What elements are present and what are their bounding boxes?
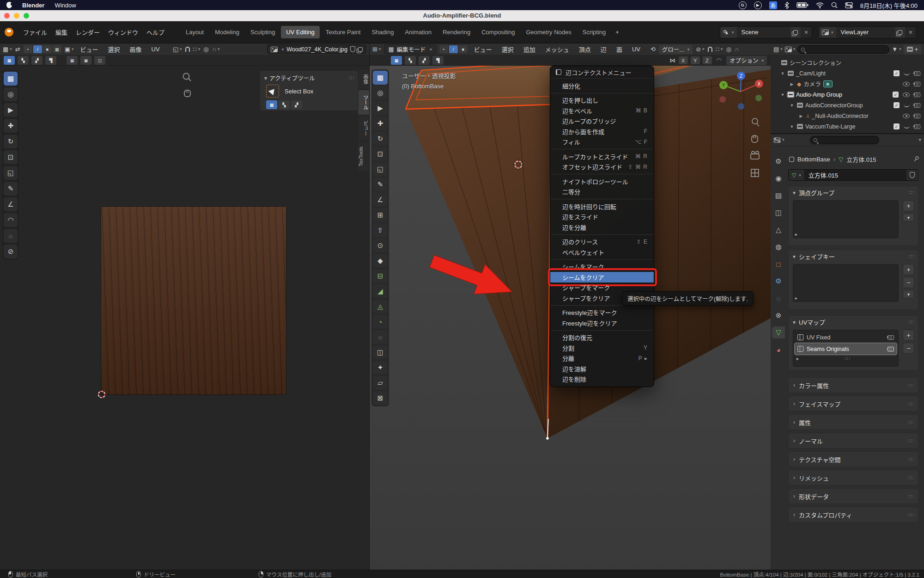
uv-snap-target-dropdown[interactable]: ∷▾ [193, 46, 201, 52]
vp-menu-view[interactable]: ビュー [471, 44, 495, 55]
exclude-checkbox[interactable]: ✓ [894, 123, 900, 129]
breadcrumb-object[interactable]: BottomBase [797, 156, 830, 163]
tab-view[interactable]: ビュー [358, 116, 369, 141]
uv-falloff-dropdown[interactable]: ∩▾ [212, 46, 220, 52]
blender-logo-icon[interactable] [5, 28, 13, 37]
outliner-row-cam-light[interactable]: ▼ _Cam/Light ✓ [773, 68, 924, 79]
snap-link-dropdown[interactable]: ⊘▾ [696, 46, 704, 52]
menu-item-extrude-edges[interactable]: 辺を押し出し [550, 95, 654, 106]
new-image-button[interactable] [358, 47, 363, 52]
remove-shape-key-button[interactable]: − [903, 277, 914, 288]
menu-item-edge-split[interactable]: 辺を分離 [550, 222, 654, 233]
menu-item-loop-cut-slide[interactable]: ループカットとスライド⌘ R [550, 151, 654, 162]
vp-menu-mesh[interactable]: メッシュ [542, 44, 572, 55]
mirror-y-button[interactable]: Y [691, 56, 700, 64]
panel-grip-icon[interactable]: ∷∷ [908, 419, 913, 425]
list-expander-icon[interactable]: ▸ [795, 295, 797, 301]
disable-render-icon[interactable] [914, 114, 920, 118]
new-scene-button[interactable] [790, 27, 801, 38]
shape-key-specials-dropdown[interactable]: ▾ [903, 290, 914, 298]
panel-expander-icon[interactable]: ▾ [793, 190, 796, 196]
properties-display-dropdown[interactable]: ▾ [773, 137, 784, 143]
fake-user-shield-icon[interactable] [350, 46, 355, 52]
snap-target-dropdown[interactable]: ∷▾ [716, 46, 723, 52]
outliner-search-input[interactable] [797, 45, 889, 54]
disable-render-icon[interactable] [914, 71, 920, 76]
control-center-icon[interactable] [845, 2, 853, 8]
menu-item-knife-topology[interactable]: ナイフトポロジーツール [550, 176, 654, 187]
workspace-tab-rendering[interactable]: Rendering [438, 26, 475, 38]
uv-overlay-toggle-3[interactable]: ◫ [94, 56, 105, 65]
tool-shear-icon[interactable]: ▱ [373, 376, 388, 390]
view-layer-name[interactable]: ViewLayer [836, 29, 895, 36]
workspace-tab-modeling[interactable]: Modeling [210, 26, 244, 38]
menu-item-rotate-edge-cw[interactable]: 辺を時計回りに回転 [550, 201, 654, 212]
tab-constraints[interactable]: ⊗ [772, 309, 785, 321]
tool-rip-region-icon[interactable]: ⊠ [373, 391, 388, 405]
panel-grip-icon[interactable]: ∷∷ [908, 401, 913, 407]
uv-menu-uv[interactable]: UV [148, 45, 163, 54]
tool-mode-extend-button[interactable]: ▚ [279, 100, 290, 109]
pin-icon[interactable] [913, 156, 919, 162]
uv-select-vertex-button[interactable]: • [24, 45, 32, 53]
hide-eye-closed-icon[interactable] [904, 72, 910, 75]
mirror-x-button[interactable]: X [679, 56, 688, 64]
tool-measure-icon[interactable]: ∠ [4, 197, 18, 211]
menu-bar-clock[interactable]: 8月18日(木) 午後4:00 [860, 1, 918, 10]
panel-expander-icon[interactable]: ▾ [264, 75, 267, 81]
menu-item-edge-crease[interactable]: 辺のクリース⇧ E [550, 237, 654, 247]
macos-window-menu[interactable]: Window [55, 2, 76, 9]
panel-normals[interactable]: ›ノーマル∷∷ [788, 433, 918, 449]
uv-select-island-button[interactable]: ▦ [53, 45, 61, 53]
workspace-tab-scripting[interactable]: Scripting [578, 26, 611, 38]
transform-orientation-icon[interactable]: ⟲ [650, 46, 656, 52]
panel-grip-icon[interactable]: ∷∷ [908, 253, 914, 259]
mirror-z-button[interactable]: Z [703, 56, 712, 64]
vertex-groups-list[interactable]: ▸ [793, 200, 899, 238]
uv-map-row-seams-originals[interactable]: Seams Originals [795, 343, 897, 355]
gizmo-minus-y-axis[interactable] [755, 95, 762, 101]
outliner-filter-mode-dropdown[interactable]: ▾ [785, 47, 796, 52]
tool-transform-icon[interactable]: ◱ [373, 162, 388, 176]
uv-snap-magnet-icon[interactable] [185, 47, 190, 52]
tab-scene[interactable]: △ [772, 224, 785, 236]
uv-menu-select[interactable]: 選択 [105, 44, 123, 55]
panel-grip-icon[interactable]: ∷∷ [908, 382, 913, 388]
panel-expander-icon[interactable]: ▾ [793, 319, 796, 326]
panel-geometry-data[interactable]: ›形状データ∷∷ [788, 488, 918, 504]
uv-select-face-button[interactable]: ■ [43, 45, 52, 53]
tool-rotate-icon[interactable]: ↻ [373, 132, 388, 146]
expander-icon[interactable]: ▶ [789, 82, 795, 86]
tool-add-cube-icon[interactable]: ⊞ [373, 208, 388, 222]
uv-menu-view[interactable]: ビュー [77, 44, 102, 55]
options-dropdown[interactable]: オプション▾ [726, 56, 767, 65]
tool-annotate-icon[interactable]: ✎ [373, 178, 388, 191]
panel-color-attributes[interactable]: ›カラー属性∷∷ [788, 377, 918, 393]
workspace-tab-sculpting[interactable]: Sculpting [245, 26, 280, 38]
bluetooth-icon[interactable] [784, 2, 789, 9]
tool-pinch-icon[interactable]: ⊘ [4, 245, 18, 258]
apple-logo-icon[interactable] [6, 2, 12, 8]
add-vertex-group-button[interactable]: + [903, 200, 914, 211]
tool-extrude-icon[interactable]: ⇧ [373, 223, 388, 237]
disable-render-icon[interactable] [914, 82, 920, 86]
menu-item-separate[interactable]: 分離P ▸ [550, 353, 654, 364]
menu-item-bevel-weight[interactable]: ベベルウェイト [550, 247, 654, 258]
vp-select-mode-subtract-button[interactable]: ▞ [419, 56, 430, 65]
tool-poly-build-icon[interactable]: ◬ [373, 300, 388, 314]
disable-render-icon[interactable] [914, 124, 920, 129]
tab-tool[interactable]: ツール [358, 90, 369, 115]
tool-tweak-icon[interactable]: ▶ [373, 101, 388, 115]
outliner-row-scene-collection[interactable]: シーンコレクション [773, 57, 924, 68]
mesh-name-value[interactable]: 立方体.015 [804, 171, 906, 179]
workspace-tab-texture-paint[interactable]: Texture Paint [321, 26, 366, 38]
list-grip-icon[interactable]: ∷∷ [844, 356, 850, 362]
interaction-mode-dropdown[interactable]: ▦ 編集モード ▾ [384, 44, 436, 54]
menu-item-bevel-edges[interactable]: 辺をベベル⌘ B [550, 105, 654, 116]
breadcrumb-data[interactable]: 立方体.015 [846, 155, 876, 164]
expander-icon[interactable]: ▼ [780, 71, 785, 76]
add-uv-map-button[interactable]: + [903, 330, 914, 341]
remove-uv-map-button[interactable]: − [903, 343, 914, 354]
snap-magnet-icon[interactable] [708, 47, 712, 52]
tool-mode-new-button[interactable]: ▦ [266, 100, 277, 109]
